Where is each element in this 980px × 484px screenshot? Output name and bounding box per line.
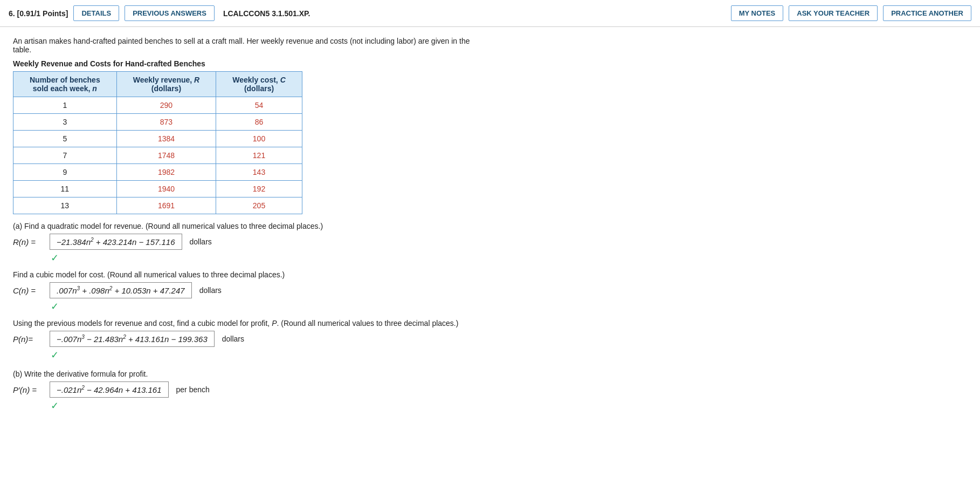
profit-checkmark: ✓ — [51, 349, 472, 361]
data-table: Number of benchessold each week, n Weekl… — [13, 71, 302, 214]
cell-R: 1982 — [116, 164, 216, 181]
cell-n: 3 — [13, 114, 117, 131]
my-notes-button[interactable]: MY NOTES — [731, 5, 784, 21]
cell-n: 1 — [13, 97, 117, 114]
cell-R: 290 — [116, 97, 216, 114]
col-header-C: Weekly cost, C(dollars) — [216, 72, 302, 97]
cell-R: 1748 — [116, 147, 216, 164]
revenue-prompt: (a) Find a quadratic model for revenue. … — [13, 222, 472, 230]
practice-another-button[interactable]: PRACTICE ANOTHER — [883, 5, 971, 21]
revenue-formula-box: −21.384n2 + 423.214n − 157.116 — [50, 234, 182, 250]
cell-n: 5 — [13, 131, 117, 147]
revenue-label: R(n) = — [13, 237, 45, 247]
cell-n: 7 — [13, 147, 117, 164]
revenue-formula-row: R(n) = −21.384n2 + 423.214n − 157.116 do… — [13, 234, 472, 250]
table-title: Weekly Revenue and Costs for Hand-crafte… — [13, 59, 472, 68]
part-b-label: (b) Write the derivative formula for pro… — [13, 370, 472, 378]
derivative-checkmark: ✓ — [51, 400, 472, 412]
col-header-n: Number of benchessold each week, n — [13, 72, 117, 97]
cost-checkmark: ✓ — [51, 301, 472, 312]
derivative-formula-box: −.021n2 − 42.964n + 413.161 — [50, 381, 169, 398]
top-bar: 6. [0.91/1 Points] DETAILS PREVIOUS ANSW… — [0, 0, 980, 27]
derivative-formula-row: P′(n) = −.021n2 − 42.964n + 413.161 per … — [13, 381, 472, 398]
table-row: 91982143 — [13, 164, 302, 181]
cell-C: 54 — [216, 97, 302, 114]
cell-R: 873 — [116, 114, 216, 131]
cell-C: 86 — [216, 114, 302, 131]
cost-formula-box: .007n3 + .098n2 + 10.053n + 47.247 — [50, 282, 192, 298]
profit-label: P(n)= — [13, 335, 45, 344]
ask-teacher-button[interactable]: ASK YOUR TEACHER — [789, 5, 878, 21]
details-button[interactable]: DETAILS — [73, 5, 119, 21]
cost-formula-row: C(n) = .007n3 + .098n2 + 10.053n + 47.24… — [13, 282, 472, 298]
problem-code: LCALCCON5 3.1.501.XP. — [223, 9, 310, 18]
table-row: 71748121 — [13, 147, 302, 164]
table-row: 131691205 — [13, 197, 302, 214]
cell-C: 192 — [216, 181, 302, 197]
cell-R: 1940 — [116, 181, 216, 197]
profit-prompt: Using the previous models for revenue an… — [13, 319, 472, 328]
profit-formula-row: P(n)= −.007n3 − 21.483n2 + 413.161n − 19… — [13, 331, 472, 347]
revenue-unit: dollars — [190, 237, 212, 246]
profit-unit: dollars — [222, 335, 244, 343]
cell-n: 13 — [13, 197, 117, 214]
cell-C: 143 — [216, 164, 302, 181]
cell-C: 205 — [216, 197, 302, 214]
main-content: An artisan makes hand-crafted painted be… — [0, 27, 485, 426]
derivative-unit: per bench — [176, 385, 210, 394]
cell-C: 121 — [216, 147, 302, 164]
table-row: 51384100 — [13, 131, 302, 147]
col-header-R: Weekly revenue, R(dollars) — [116, 72, 216, 97]
cost-unit: dollars — [199, 286, 222, 295]
cell-n: 11 — [13, 181, 117, 197]
cell-R: 1384 — [116, 131, 216, 147]
cell-n: 9 — [13, 164, 117, 181]
table-row: 111940192 — [13, 181, 302, 197]
table-row: 387386 — [13, 114, 302, 131]
cell-C: 100 — [216, 131, 302, 147]
previous-answers-button[interactable]: PREVIOUS ANSWERS — [125, 5, 215, 21]
intro-text: An artisan makes hand-crafted painted be… — [13, 37, 472, 54]
cell-R: 1691 — [116, 197, 216, 214]
revenue-checkmark: ✓ — [51, 252, 472, 264]
cost-label: C(n) = — [13, 286, 45, 295]
cost-prompt: Find a cubic model for cost. (Round all … — [13, 270, 472, 279]
question-number: 6. [0.91/1 Points] — [9, 9, 68, 18]
profit-formula-box: −.007n3 − 21.483n2 + 413.161n − 199.363 — [50, 331, 215, 347]
table-row: 129054 — [13, 97, 302, 114]
derivative-label: P′(n) = — [13, 385, 45, 394]
